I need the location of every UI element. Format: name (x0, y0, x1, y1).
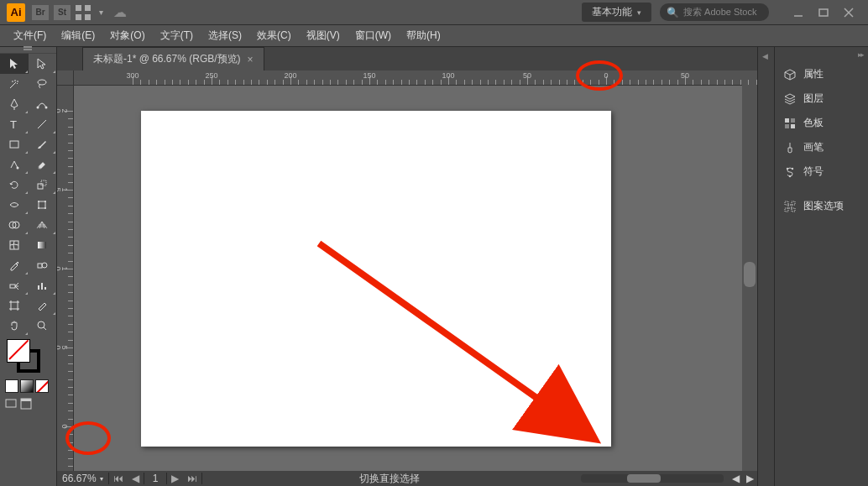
panel-layers[interactable]: 图层 (775, 86, 868, 111)
eyedropper-tool-icon[interactable] (0, 255, 29, 275)
fill-swatch-icon[interactable] (7, 339, 30, 363)
document-tab[interactable]: 未标题-1* @ 66.67% (RGB/预览) × (82, 47, 264, 71)
lasso-tool-icon[interactable] (29, 74, 57, 94)
bridge-icon[interactable]: Br (32, 5, 49, 20)
artboard-nav[interactable]: ⏮◀ (109, 473, 144, 484)
horizontal-scrollbar[interactable] (581, 474, 724, 483)
last-icon[interactable]: ⏭ (183, 473, 201, 484)
curvature-tool-icon[interactable] (29, 94, 57, 114)
right-panels: 属性 图层 色板 画笔 符号 图案选项 (774, 47, 868, 486)
mesh-tool-icon[interactable] (0, 235, 29, 255)
canvas[interactable] (74, 86, 742, 471)
zoom-tool-icon[interactable] (29, 316, 57, 336)
symbol-sprayer-tool-icon[interactable] (0, 275, 29, 295)
svg-rect-42 (792, 201, 795, 205)
artboard (141, 111, 611, 447)
chevron-down-icon[interactable]: ▾ (99, 8, 103, 17)
svg-point-5 (37, 107, 39, 109)
line-tool-icon[interactable] (29, 114, 57, 134)
panel-label: 属性 (803, 67, 824, 81)
menu-effect[interactable]: 效果(C) (250, 26, 298, 45)
svg-rect-43 (788, 205, 792, 208)
tools-grip-icon[interactable] (0, 47, 56, 54)
svg-rect-33 (21, 399, 31, 401)
menu-file[interactable]: 文件(F) (7, 26, 53, 45)
close-button[interactable] (836, 3, 861, 23)
panel-symbols[interactable]: 符号 (775, 159, 868, 184)
svg-rect-12 (41, 180, 46, 186)
free-transform-tool-icon[interactable] (29, 195, 57, 215)
arrange-documents-icon[interactable] (76, 5, 91, 20)
slice-tool-icon[interactable] (29, 295, 57, 316)
close-tab-icon[interactable]: × (248, 54, 254, 65)
horizontal-ruler[interactable]: 30025020015010050050 (74, 71, 742, 86)
panel-swatches[interactable]: 色板 (775, 111, 868, 135)
svg-point-6 (45, 107, 48, 109)
panel-collapse-strip[interactable] (757, 47, 774, 486)
menu-select[interactable]: 选择(S) (201, 26, 248, 45)
layers-icon (783, 92, 797, 106)
stock-icon[interactable]: St (54, 5, 71, 20)
column-graph-tool-icon[interactable] (29, 275, 57, 295)
svg-rect-37 (791, 124, 795, 128)
hand-tool-icon[interactable] (0, 316, 29, 336)
maximize-button[interactable] (811, 3, 836, 23)
gradient-tool-icon[interactable] (29, 235, 57, 255)
svg-point-16 (38, 207, 39, 209)
workspace-label: 基本功能 (592, 5, 632, 19)
change-screen-mode-icon[interactable] (20, 398, 32, 410)
pen-tool-icon[interactable] (0, 94, 29, 114)
cloud-sync-icon[interactable]: ☁ (113, 4, 127, 20)
artboard-nav-2[interactable]: ▶⏭ (167, 473, 202, 484)
vertical-scrollbar[interactable] (742, 86, 757, 471)
menu-view[interactable]: 视图(V) (300, 26, 347, 45)
gradient-mode-icon[interactable] (20, 379, 34, 393)
artboard-tool-icon[interactable] (0, 295, 29, 316)
rectangle-tool-icon[interactable] (0, 134, 29, 154)
minimize-button[interactable] (786, 3, 811, 23)
zoom-dropdown[interactable]: 66.67%▾ (57, 473, 109, 484)
menu-type[interactable]: 文字(T) (154, 26, 200, 45)
screen-mode-icon[interactable] (5, 398, 17, 410)
panel-label: 图层 (803, 91, 824, 106)
panel-expand-icon[interactable] (775, 52, 868, 62)
type-tool-icon[interactable]: T (0, 114, 29, 134)
width-tool-icon[interactable] (0, 195, 29, 215)
panel-brushes[interactable]: 画笔 (775, 135, 868, 159)
menu-window[interactable]: 窗口(W) (348, 26, 398, 45)
shaper-tool-icon[interactable] (0, 154, 29, 175)
menu-edit[interactable]: 编辑(E) (55, 26, 102, 45)
shape-builder-tool-icon[interactable] (0, 215, 29, 235)
magic-wand-tool-icon[interactable] (0, 74, 29, 94)
panel-properties[interactable]: 属性 (775, 62, 868, 86)
blend-tool-icon[interactable] (29, 255, 57, 275)
rotate-tool-icon[interactable] (0, 175, 29, 195)
perspective-grid-tool-icon[interactable] (29, 215, 57, 235)
vertical-ruler[interactable]: 200150100500 (57, 86, 74, 471)
panel-pattern-options[interactable]: 图案选项 (775, 194, 868, 218)
svg-rect-31 (6, 400, 16, 407)
symbols-icon (783, 165, 797, 179)
workspace-dropdown[interactable]: 基本功能 ▾ (582, 3, 651, 22)
menu-help[interactable]: 帮助(H) (400, 26, 447, 45)
artboard-number[interactable]: 1 (144, 473, 168, 484)
prev-icon[interactable]: ◀ (128, 473, 144, 484)
eraser-tool-icon[interactable] (29, 154, 57, 175)
scroll-right-icon[interactable]: ▶ (743, 473, 757, 484)
stock-search-input[interactable]: 🔍 搜索 Adobe Stock (660, 3, 769, 21)
paintbrush-tool-icon[interactable] (29, 134, 57, 154)
scale-tool-icon[interactable] (29, 175, 57, 195)
menu-object[interactable]: 对象(O) (103, 26, 151, 45)
scroll-left-icon[interactable]: ◀ (729, 473, 743, 484)
svg-rect-26 (41, 283, 43, 290)
selection-tool-icon[interactable] (0, 54, 29, 74)
ruler-origin[interactable] (57, 71, 74, 86)
svg-rect-1 (819, 9, 828, 16)
first-icon[interactable]: ⏮ (109, 473, 128, 484)
fill-stroke-swatch[interactable] (0, 336, 56, 378)
svg-rect-28 (11, 302, 18, 309)
none-mode-icon[interactable] (35, 379, 49, 393)
direct-selection-tool-icon[interactable] (29, 54, 57, 74)
next-icon[interactable]: ▶ (167, 473, 183, 484)
color-mode-icon[interactable] (5, 379, 18, 393)
